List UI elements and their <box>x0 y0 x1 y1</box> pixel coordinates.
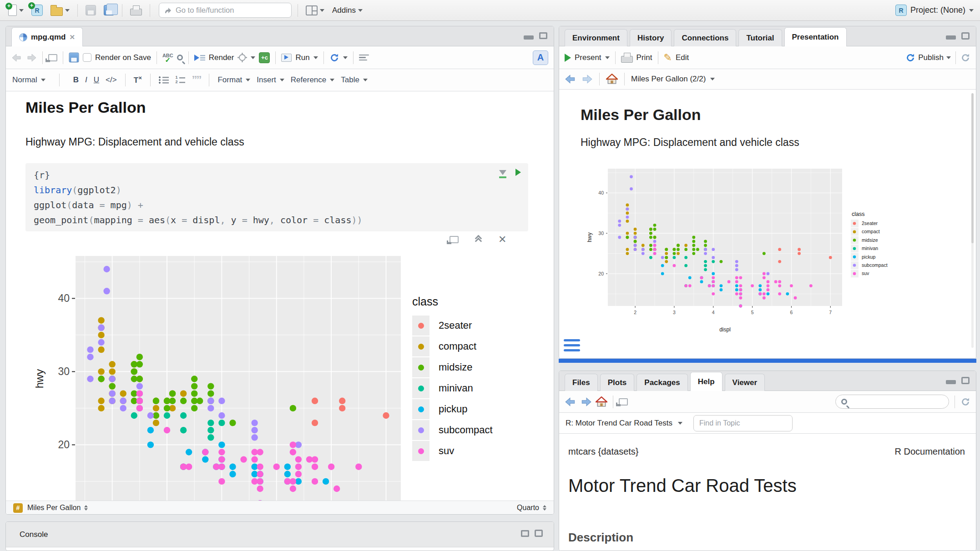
table-menu[interactable]: Table <box>341 75 368 85</box>
spellcheck-icon[interactable]: ABC✓ <box>162 54 173 62</box>
paragraph-style-dropdown[interactable]: Normal <box>12 75 45 85</box>
maximize-icon[interactable] <box>961 377 970 384</box>
tab-connections[interactable]: Connections <box>674 29 736 46</box>
code-button[interactable]: </> <box>106 75 117 85</box>
pane-focus-bar[interactable] <box>559 359 976 363</box>
save-icon[interactable] <box>69 53 79 63</box>
chunk-code[interactable]: library(ggplot2)ggplot(data = mpg) + geo… <box>34 183 520 228</box>
popout-icon[interactable] <box>450 236 459 243</box>
code-chunk[interactable]: {r} library(ggplot2)ggplot(data = mpg) +… <box>25 163 528 231</box>
refresh-icon[interactable] <box>960 53 970 63</box>
run-chunks-above-icon[interactable] <box>499 170 506 175</box>
forward-icon[interactable] <box>581 74 593 84</box>
close-icon[interactable]: ✕ <box>70 33 76 41</box>
edit-pencil-icon[interactable]: ✎ <box>664 52 672 64</box>
popout-icon[interactable] <box>48 54 57 61</box>
chevron-down-icon[interactable] <box>946 56 951 59</box>
chevron-down-icon[interactable] <box>19 9 24 12</box>
tab-tutorial[interactable]: Tutorial <box>738 29 782 46</box>
rerun-icon[interactable] <box>329 53 339 63</box>
print-button[interactable] <box>128 4 144 17</box>
chevron-down-icon[interactable] <box>313 56 318 59</box>
help-search-input[interactable] <box>851 398 933 406</box>
home-icon[interactable] <box>606 74 618 85</box>
section-selector[interactable]: Miles Per Gallon <box>27 504 81 512</box>
italic-button[interactable]: I <box>85 75 87 85</box>
maximize-icon[interactable] <box>535 530 543 537</box>
blockquote-icon[interactable]: ”” <box>192 76 201 84</box>
addins-menu[interactable]: Addins <box>330 5 364 16</box>
collapse-output-icon[interactable] <box>476 236 481 244</box>
format-menu[interactable]: Format <box>217 75 250 85</box>
goto-file-search[interactable] <box>159 3 292 18</box>
tab-files[interactable]: Files <box>565 374 598 391</box>
save-all-button[interactable] <box>102 4 116 17</box>
minimize-icon[interactable] <box>524 35 534 40</box>
render-icon[interactable] <box>194 54 205 62</box>
insert-menu[interactable]: Insert <box>257 75 284 85</box>
home-icon[interactable] <box>596 396 607 407</box>
help-topic-selector[interactable]: R: Motor Trend Car Road Tests <box>566 419 672 428</box>
restore-icon[interactable] <box>539 32 547 39</box>
minimize-icon[interactable] <box>946 380 956 384</box>
chevron-down-icon[interactable] <box>320 9 324 12</box>
slide-nav-title[interactable]: Miles Per Gallon (2/2) <box>631 75 706 84</box>
edit-label[interactable]: Edit <box>676 53 689 62</box>
updown-icon[interactable] <box>84 505 88 511</box>
find-in-topic-input[interactable] <box>693 415 793 431</box>
back-icon[interactable] <box>11 53 22 62</box>
tab-viewer[interactable]: Viewer <box>725 374 765 391</box>
popout-icon[interactable] <box>619 398 628 406</box>
underline-button[interactable]: U <box>94 75 99 85</box>
goto-file-input[interactable] <box>176 6 276 15</box>
chevron-down-icon[interactable] <box>710 78 715 80</box>
tab-history[interactable]: History <box>630 29 672 46</box>
save-button[interactable] <box>84 4 98 17</box>
minimize-icon[interactable] <box>946 35 956 40</box>
visual-editor-toggle[interactable]: A <box>533 50 548 65</box>
render-on-save-checkbox[interactable] <box>83 53 91 62</box>
close-icon[interactable]: ✕ <box>498 235 506 244</box>
chevron-down-icon[interactable] <box>678 422 682 425</box>
doc-mode-selector[interactable]: Quarto <box>517 504 539 512</box>
print-label[interactable]: Print <box>636 53 652 62</box>
bold-button[interactable]: B <box>73 75 79 85</box>
help-search-box[interactable] <box>835 395 949 409</box>
chevron-down-icon[interactable] <box>343 56 348 59</box>
back-icon[interactable] <box>565 397 576 407</box>
print-icon[interactable] <box>621 56 633 63</box>
tab-environment[interactable]: Environment <box>565 29 627 46</box>
run-icon[interactable] <box>281 54 292 62</box>
panes-layout-button[interactable] <box>304 4 326 17</box>
clear-format-button[interactable]: T✕ <box>134 75 142 85</box>
tab-presentation[interactable]: Presentation <box>784 27 847 46</box>
updown-icon[interactable] <box>543 505 546 511</box>
chevron-down-icon[interactable] <box>65 9 70 12</box>
run-chunk-icon[interactable] <box>515 169 521 176</box>
scrollbar[interactable] <box>971 93 974 348</box>
forward-icon[interactable] <box>26 53 37 62</box>
chevron-down-icon[interactable] <box>251 56 255 59</box>
slide-menu-icon[interactable] <box>564 339 580 354</box>
project-menu[interactable]: R Project: (None) <box>895 5 974 16</box>
bullet-list-icon[interactable] <box>159 76 169 84</box>
render-label[interactable]: Render <box>209 53 234 62</box>
search-icon[interactable] <box>177 55 183 60</box>
reference-menu[interactable]: Reference <box>291 75 334 85</box>
restore-icon[interactable] <box>521 530 529 537</box>
forward-icon[interactable] <box>580 397 592 407</box>
publish-label[interactable]: Publish <box>918 53 944 62</box>
tab-plots[interactable]: Plots <box>600 374 635 391</box>
publish-icon[interactable] <box>905 53 915 63</box>
maximize-icon[interactable] <box>961 32 970 40</box>
numbered-list-icon[interactable]: 12 <box>175 76 185 84</box>
present-label[interactable]: Present <box>575 53 601 62</box>
gear-icon[interactable] <box>239 54 246 61</box>
back-icon[interactable] <box>565 74 576 84</box>
new-project-button[interactable]: R+ <box>30 3 45 17</box>
open-file-button[interactable] <box>49 4 71 17</box>
outline-icon[interactable] <box>359 53 369 62</box>
tab-packages[interactable]: Packages <box>636 374 687 391</box>
insert-chunk-icon[interactable]: +c <box>259 52 270 63</box>
new-file-button[interactable]: + <box>6 3 25 17</box>
